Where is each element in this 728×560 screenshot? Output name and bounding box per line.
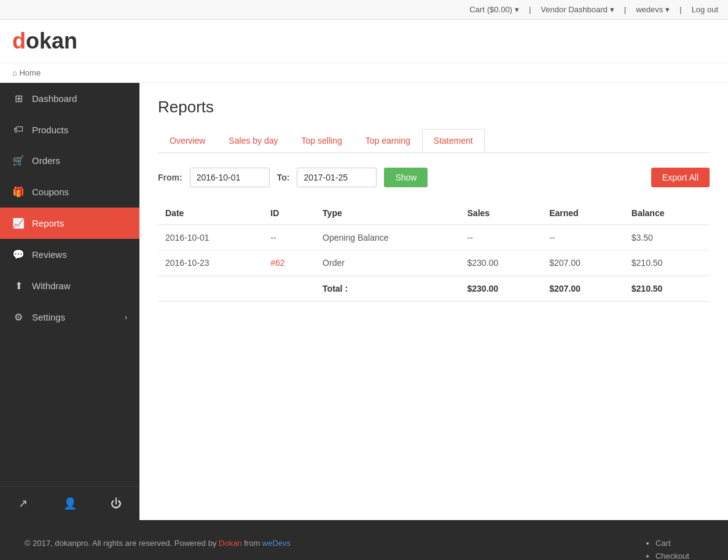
col-date: Date [158, 202, 263, 225]
home-link[interactable]: Home [19, 68, 41, 77]
user-menu-link[interactable]: wedevs ▾ [636, 5, 670, 14]
logo-link[interactable]: dokan [12, 28, 77, 53]
settings-icon: ⚙ [12, 311, 25, 323]
cell-earned: $207.00 [542, 251, 624, 276]
powered-by-text: Powered by [174, 539, 217, 548]
total-empty1 [263, 276, 315, 301]
report-table: Date ID Type Sales Earned Balance 2016-1… [158, 202, 710, 301]
sidebar-item-reviews[interactable]: 💬 Reviews [0, 239, 139, 270]
sidebar-item-label-orders: Orders [32, 155, 60, 166]
breadcrumb: ⌂ Home [0, 63, 728, 83]
content-area: Reports Overview Sales by day Top sellin… [139, 83, 728, 520]
col-earned: Earned [542, 202, 624, 225]
sidebar-item-settings[interactable]: ⚙ Settings › [0, 301, 139, 333]
sidebar-item-products[interactable]: 🏷 Products [0, 114, 139, 145]
sidebar-item-orders[interactable]: 🛒 Orders [0, 145, 139, 176]
wedevs-link[interactable]: weDevs [262, 539, 291, 548]
power-icon: ⏻ [111, 497, 122, 510]
from-text: from [244, 539, 260, 548]
tab-top-earning[interactable]: Top earning [354, 129, 422, 152]
from-date-input[interactable] [190, 168, 270, 187]
date-filter-row: From: To: Show Export All [158, 168, 710, 187]
col-type: Type [315, 202, 460, 225]
cell-date: 2016-10-23 [158, 251, 263, 276]
cell-type: Opening Balance [315, 225, 460, 251]
copyright-text: © 2017, dokanpro. All rights are reserve… [25, 539, 172, 548]
sidebar-item-withdraw[interactable]: ⬆ Withdraw [0, 270, 139, 301]
col-balance: Balance [624, 202, 710, 225]
footer-link-checkout[interactable]: Checkout [656, 551, 689, 560]
table-total-row: Total : $230.00 $207.00 $210.50 [158, 276, 710, 301]
dashboard-icon: ⊞ [12, 93, 25, 104]
footer-link-cart[interactable]: Cart [656, 539, 671, 548]
cell-id: #62 [263, 251, 315, 276]
sidebar-item-label-coupons: Coupons [32, 187, 69, 197]
dokan-link[interactable]: Dokan [219, 539, 242, 548]
logout-label: Log out [692, 5, 718, 14]
cart-link[interactable]: Cart ($0.00) ▾ [469, 5, 519, 14]
logout-link[interactable]: Log out [692, 5, 718, 14]
sidebar-external-link[interactable]: ↗ [0, 487, 47, 520]
cart-amount: ($0.00) [487, 5, 512, 14]
sidebar-logout-link[interactable]: ⏻ [93, 487, 139, 520]
cell-date: 2016-10-01 [158, 225, 263, 251]
cell-sales: $230.00 [460, 251, 542, 276]
sidebar-item-dashboard[interactable]: ⊞ Dashboard [0, 83, 139, 114]
reviews-icon: 💬 [12, 249, 25, 260]
cell-earned: -- [542, 225, 624, 251]
sidebar-item-label-dashboard: Dashboard [32, 93, 77, 104]
order-id-link[interactable]: #62 [270, 258, 284, 268]
sidebar-item-label-reports: Reports [32, 218, 65, 228]
products-icon: 🏷 [12, 124, 25, 135]
table-row: 2016-10-01 -- Opening Balance -- -- $3.5… [158, 225, 710, 251]
col-id: ID [263, 202, 315, 225]
cell-sales: -- [460, 225, 542, 251]
to-date-input[interactable] [297, 168, 377, 187]
footer: © 2017, dokanpro. All rights are reserve… [0, 520, 728, 560]
to-label: To: [277, 173, 290, 182]
tab-sales-by-day[interactable]: Sales by day [217, 129, 289, 152]
sidebar-item-reports[interactable]: 📈 Reports [0, 208, 139, 239]
sidebar-item-coupons[interactable]: 🎁 Coupons [0, 176, 139, 208]
footer-copyright: © 2017, dokanpro. All rights are reserve… [25, 539, 291, 548]
footer-links: Cart Checkout Dashboard My Account My Or… [646, 539, 703, 560]
cell-type: Order [315, 251, 460, 276]
total-earned: $207.00 [542, 276, 624, 301]
sidebar-item-label-settings: Settings [32, 312, 65, 322]
total-label-cell [158, 276, 263, 301]
sidebar-bottom: ↗ 👤 ⏻ [0, 486, 139, 520]
sidebar-profile-link[interactable]: 👤 [47, 487, 93, 520]
sidebar-item-label-reviews: Reviews [32, 249, 67, 260]
topbar-divider2: | [624, 5, 626, 14]
cart-label: Cart [469, 5, 485, 14]
sidebar: ⊞ Dashboard 🏷 Products 🛒 Orders 🎁 Coupon… [0, 83, 139, 520]
cell-balance: $3.50 [624, 225, 710, 251]
user-label: wedevs [636, 5, 663, 14]
logo-d: d [12, 28, 26, 53]
total-label: Total : [315, 276, 460, 301]
reports-icon: 📈 [12, 217, 25, 229]
topbar-divider: | [529, 5, 531, 14]
home-icon: ⌂ [12, 68, 17, 77]
external-link-icon: ↗ [18, 497, 28, 510]
report-tabs: Overview Sales by day Top selling Top ea… [158, 129, 710, 153]
settings-chevron-icon: › [125, 313, 127, 322]
vendor-dashboard-link[interactable]: Vendor Dashboard ▾ [541, 5, 614, 14]
vendor-dashboard-label: Vendor Dashboard [541, 5, 607, 14]
tab-top-selling[interactable]: Top selling [290, 129, 354, 152]
user-icon: 👤 [63, 497, 77, 510]
orders-icon: 🛒 [12, 155, 25, 166]
col-sales: Sales [460, 202, 542, 225]
vendor-dashboard-arrow: ▾ [610, 5, 614, 14]
sidebar-nav: ⊞ Dashboard 🏷 Products 🛒 Orders 🎁 Coupon… [0, 83, 139, 333]
from-label: From: [158, 173, 182, 182]
topbar-divider3: | [679, 5, 681, 14]
sidebar-item-label-withdraw: Withdraw [32, 281, 71, 291]
show-button[interactable]: Show [384, 168, 428, 187]
cart-arrow: ▾ [515, 5, 519, 14]
tab-statement[interactable]: Statement [422, 129, 485, 152]
tab-overview[interactable]: Overview [158, 129, 217, 152]
export-all-button[interactable]: Export All [651, 168, 710, 187]
cell-balance: $210.50 [624, 251, 710, 276]
total-sales: $230.00 [460, 276, 542, 301]
